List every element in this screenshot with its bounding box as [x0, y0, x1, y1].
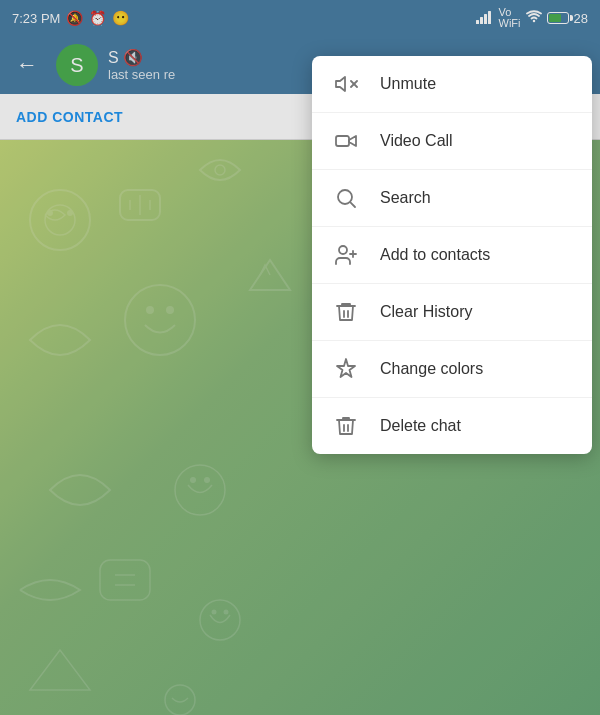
menu-item-video-call[interactable]: Video Call: [312, 113, 592, 170]
video-call-icon: [332, 127, 360, 155]
svg-point-25: [338, 190, 352, 204]
menu-item-clear-history[interactable]: Clear History: [312, 284, 592, 341]
svg-point-27: [339, 246, 347, 254]
menu-item-unmute[interactable]: Unmute: [312, 56, 592, 113]
menu-label-unmute: Unmute: [380, 75, 436, 93]
svg-rect-23: [336, 136, 349, 146]
menu-label-delete-chat: Delete chat: [380, 417, 461, 435]
delete-chat-icon: [332, 412, 360, 440]
menu-label-search: Search: [380, 189, 431, 207]
add-contact-icon: [332, 241, 360, 269]
svg-line-26: [351, 203, 355, 207]
menu-label-change-colors: Change colors: [380, 360, 483, 378]
menu-item-change-colors[interactable]: Change colors: [312, 341, 592, 398]
search-icon: [332, 184, 360, 212]
menu-label-clear-history: Clear History: [380, 303, 472, 321]
change-colors-icon: [332, 355, 360, 383]
menu-item-search[interactable]: Search: [312, 170, 592, 227]
menu-label-video-call: Video Call: [380, 132, 453, 150]
context-menu: Unmute Video Call Search: [312, 56, 592, 454]
menu-label-add-to-contacts: Add to contacts: [380, 246, 490, 264]
unmute-icon: [332, 70, 360, 98]
menu-item-delete-chat[interactable]: Delete chat: [312, 398, 592, 454]
menu-item-add-to-contacts[interactable]: Add to contacts: [312, 227, 592, 284]
svg-marker-24: [349, 136, 356, 146]
clear-history-icon: [332, 298, 360, 326]
